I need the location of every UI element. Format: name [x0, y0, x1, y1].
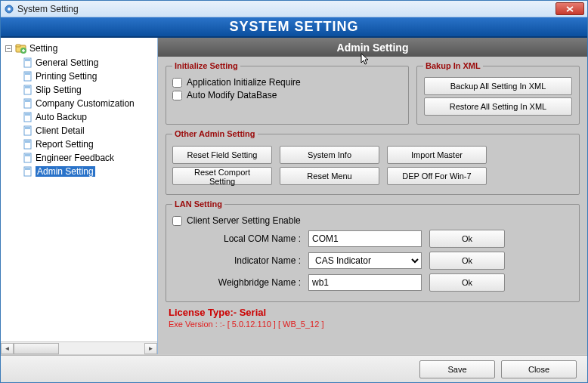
backup-legend: Bakup In XML: [423, 61, 483, 70]
tree-item-label: Company Customization: [36, 98, 135, 109]
scroll-right-button[interactable]: ►: [144, 343, 157, 354]
page-icon: [22, 165, 34, 178]
svg-rect-14: [25, 113, 30, 116]
weighbridge-ok-button[interactable]: Ok: [429, 273, 505, 292]
tree-item-autobackup[interactable]: Auto Backup: [1, 110, 157, 124]
tree-item-clientdetail[interactable]: Client Detail: [1, 124, 157, 137]
tree-root-label: Setting: [29, 43, 57, 54]
indicator-select[interactable]: CAS Indicator: [308, 252, 422, 269]
panel-header: Admin Setting: [158, 38, 587, 57]
lan-setting-group: LAN Setting Client Server Setting Enable…: [166, 199, 580, 302]
page-icon: [22, 111, 34, 123]
svg-rect-22: [25, 168, 30, 170]
tree-item-company[interactable]: Company Customization: [1, 97, 157, 110]
lan-legend: LAN Setting: [172, 199, 224, 208]
svg-rect-18: [25, 141, 30, 143]
tree-item-label: General Setting: [36, 57, 98, 68]
tree-item-label: Slip Setting: [36, 85, 82, 95]
tree-item-label: Client Detail: [36, 125, 85, 136]
app-init-require-checkbox[interactable]: Application Initialize Require: [172, 77, 402, 88]
checkbox-label: Application Initialize Require: [187, 77, 301, 88]
tree-item-label: Auto Backup: [36, 112, 87, 122]
backup-xml-group: Bakup In XML Backup All Setting In XML R…: [416, 61, 580, 125]
page-icon: [22, 84, 34, 96]
page-banner: SYSTEM SETTING: [1, 17, 587, 38]
other-legend: Other Admin Setting: [172, 129, 258, 138]
close-button[interactable]: Close: [501, 360, 577, 378]
local-com-input[interactable]: [308, 230, 422, 247]
tree-root-setting[interactable]: − Setting: [1, 41, 157, 56]
reset-menu-button[interactable]: Reset Menu: [280, 167, 379, 185]
tree-item-label: Printing Setting: [36, 71, 97, 82]
svg-rect-8: [25, 73, 30, 75]
backup-all-xml-button[interactable]: Backup All Setting In XML: [424, 77, 572, 95]
scroll-left-button[interactable]: ◄: [1, 343, 14, 354]
client-server-enable-checkbox[interactable]: Client Server Setting Enable: [172, 215, 573, 226]
settings-tree: − Setting General Setting Printing Setti…: [1, 38, 157, 341]
page-banner-title: SYSTEM SETTING: [229, 19, 358, 35]
gear-icon: [4, 4, 14, 14]
tree-item-general[interactable]: General Setting: [1, 56, 157, 69]
auto-modify-db-input[interactable]: [172, 91, 182, 100]
page-icon: [22, 152, 34, 164]
reset-field-button[interactable]: Reset Field Setting: [172, 146, 272, 164]
save-button[interactable]: Save: [419, 360, 495, 378]
window-title: System Setting: [17, 4, 79, 14]
indicator-ok-button[interactable]: Ok: [429, 252, 505, 270]
tree-item-label: Report Setting: [36, 139, 94, 150]
tree-hscrollbar[interactable]: ◄ ►: [1, 341, 157, 354]
auto-modify-db-checkbox[interactable]: Auto Modify DataBase: [172, 90, 402, 100]
tree-item-admin[interactable]: Admin Setting: [1, 165, 157, 178]
import-master-button[interactable]: Import Master: [387, 146, 487, 164]
indicator-label: Indicator Name :: [172, 255, 301, 266]
folder-add-icon: [15, 42, 27, 54]
tree-item-slip[interactable]: Slip Setting: [1, 83, 157, 97]
tree-item-report[interactable]: Report Setting: [1, 137, 157, 151]
system-info-button[interactable]: System Info: [280, 146, 379, 164]
scroll-thumb[interactable]: [14, 343, 59, 354]
other-admin-group: Other Admin Setting Reset Field Setting …: [166, 129, 580, 195]
scroll-track[interactable]: [14, 343, 144, 354]
tree-panel: − Setting General Setting Printing Setti…: [1, 38, 158, 354]
tree-item-printing[interactable]: Printing Setting: [1, 69, 157, 83]
tree-item-label: Engineer Feedback: [36, 153, 114, 163]
tree-item-label: Admin Setting: [36, 166, 95, 177]
page-icon: [22, 138, 34, 150]
tree-item-engineer[interactable]: Engineer Feedback: [1, 151, 157, 165]
initialize-setting-group: Initialize Setting Application Initializ…: [166, 61, 409, 125]
svg-rect-16: [25, 127, 30, 129]
weighbridge-label: Weighbridge Name :: [172, 277, 301, 288]
collapse-icon[interactable]: −: [5, 45, 12, 52]
svg-rect-12: [25, 100, 30, 102]
initialize-legend: Initialize Setting: [172, 61, 240, 70]
content-panel: Admin Setting Initialize Setting Applica…: [158, 38, 587, 354]
svg-rect-6: [25, 59, 30, 61]
svg-point-1: [8, 8, 11, 11]
local-com-ok-button[interactable]: Ok: [429, 230, 505, 248]
page-icon: [22, 70, 34, 82]
checkbox-label: Client Server Setting Enable: [187, 215, 301, 226]
license-type: License Type:- Serial: [169, 307, 577, 318]
weighbridge-input[interactable]: [308, 274, 422, 291]
svg-rect-3: [16, 45, 20, 47]
license-info: License Type:- Serial Exe Version : :- […: [166, 305, 580, 330]
restore-all-xml-button[interactable]: Restore All Setting In XML: [424, 97, 572, 116]
svg-rect-10: [25, 86, 30, 88]
footer: Save Close: [1, 355, 587, 382]
panel-header-title: Admin Setting: [337, 42, 409, 54]
client-server-enable-input[interactable]: [172, 216, 182, 226]
dep-off-win7-button[interactable]: DEP Off For Win-7: [387, 167, 487, 185]
exe-version: Exe Version : :- [ 5.0.12.110 ] [ WB_5_1…: [169, 320, 577, 329]
page-icon: [22, 97, 34, 110]
titlebar: System Setting: [1, 1, 587, 17]
window-close-button[interactable]: [556, 2, 584, 15]
app-init-require-input[interactable]: [172, 78, 182, 88]
page-icon: [22, 125, 34, 137]
svg-rect-20: [25, 154, 30, 156]
local-com-label: Local COM Name :: [172, 233, 301, 244]
reset-comport-button[interactable]: Reset Comport Setting: [172, 167, 272, 185]
checkbox-label: Auto Modify DataBase: [187, 90, 277, 100]
page-icon: [22, 57, 34, 69]
